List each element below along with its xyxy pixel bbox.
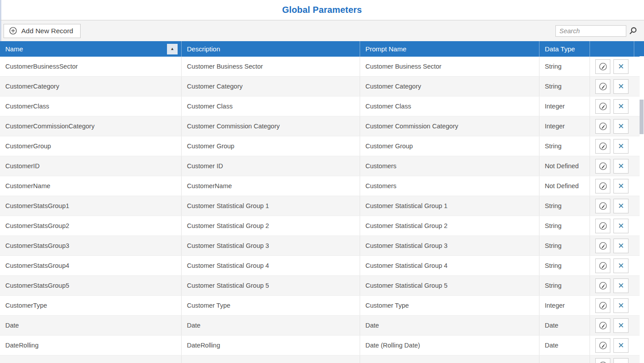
delete-record-button[interactable]: ✕ — [613, 59, 628, 74]
row-spacer — [634, 156, 640, 176]
x-icon: ✕ — [618, 63, 624, 70]
edit-record-button[interactable] — [595, 239, 610, 253]
table-row: DateRollingDateRollingDate (Rolling Date… — [0, 336, 640, 355]
column-header-name-label: Name — [5, 45, 23, 53]
table-row: CustomerCommissionCategoryCustomer Commi… — [0, 116, 640, 136]
cell-name: CustomerType — [0, 296, 181, 315]
table-row: CustomerStatsGroup1Customer Statistical … — [0, 196, 640, 216]
row-spacer — [634, 316, 640, 335]
cell-description: Customer ID — [181, 156, 360, 176]
row-actions: ✕ — [590, 236, 634, 255]
vertical-scrollbar[interactable] — [640, 56, 644, 363]
sort-ascending-icon[interactable]: ▲ — [167, 44, 178, 54]
cell-prompt: Customers — [360, 176, 539, 196]
search-button[interactable] — [626, 25, 640, 37]
row-spacer — [634, 196, 640, 216]
row-spacer — [634, 116, 640, 136]
x-icon: ✕ — [618, 302, 624, 309]
delete-record-button[interactable]: ✕ — [613, 259, 628, 273]
delete-record-button[interactable]: ✕ — [613, 338, 628, 353]
row-spacer — [634, 256, 640, 275]
left-accent-strip — [0, 0, 1, 20]
edit-record-button[interactable] — [595, 278, 610, 293]
column-header-description[interactable]: Description — [181, 41, 360, 57]
pencil-icon — [598, 182, 608, 191]
cell-prompt: Date (Rolling Date) — [360, 336, 539, 355]
edit-record-button[interactable] — [595, 79, 610, 94]
pencil-icon — [598, 62, 608, 71]
table-row: CustomerCategoryCustomer CategoryCustome… — [0, 77, 640, 97]
x-icon: ✕ — [618, 342, 624, 349]
cell-type: String — [539, 216, 590, 236]
x-icon: ✕ — [618, 143, 624, 150]
delete-record-button[interactable]: ✕ — [613, 278, 628, 293]
left-accent-strip — [0, 20, 1, 41]
x-icon: ✕ — [618, 262, 624, 270]
cell-type: Integer — [539, 116, 590, 136]
cell-prompt: Customer Statistical Group 2 — [360, 216, 539, 236]
column-header-spacer — [634, 41, 644, 57]
edit-record-button[interactable] — [595, 199, 610, 213]
edit-record-button[interactable] — [595, 99, 610, 114]
delete-record-button[interactable]: ✕ — [613, 79, 628, 94]
cell-type: Integer — [539, 296, 590, 315]
cell-name: CustomerName — [0, 176, 181, 196]
cell-type: String — [539, 196, 590, 216]
cell-type: Integer — [539, 355, 590, 363]
pencil-icon — [598, 122, 608, 131]
delete-record-button[interactable]: ✕ — [613, 99, 628, 114]
search-icon — [628, 26, 638, 36]
row-spacer — [634, 216, 640, 236]
edit-record-button[interactable] — [595, 219, 610, 233]
pencil-icon — [598, 102, 608, 111]
cell-name: CustomerCategory — [0, 77, 181, 96]
edit-record-button[interactable] — [595, 159, 610, 174]
delete-record-button[interactable]: ✕ — [613, 139, 628, 154]
column-header-data-type[interactable]: Data Type — [539, 41, 590, 57]
edit-record-button[interactable] — [595, 139, 610, 154]
toolbar: Add New Record — [0, 20, 644, 41]
cell-name: CustomerStatsGroup4 — [0, 256, 181, 275]
edit-record-button[interactable] — [595, 298, 610, 313]
edit-record-button[interactable] — [595, 179, 610, 193]
delete-record-button[interactable]: ✕ — [613, 119, 628, 134]
pencil-icon — [598, 162, 608, 171]
cell-name: Date — [0, 316, 181, 335]
x-icon: ✕ — [618, 182, 624, 190]
delete-record-button[interactable]: ✕ — [613, 298, 628, 313]
search-input[interactable] — [555, 25, 626, 37]
edit-record-button[interactable] — [595, 338, 610, 353]
table-row: CustomerStatsGroup5Customer Statistical … — [0, 276, 640, 296]
add-new-record-button[interactable]: Add New Record — [4, 24, 81, 38]
delete-record-button[interactable]: ✕ — [613, 219, 628, 233]
table-row: CustomerStatsGroup4Customer Statistical … — [0, 256, 640, 276]
cell-prompt: Day — [360, 355, 539, 363]
delete-record-button[interactable]: ✕ — [613, 318, 628, 333]
cell-description: CustomerName — [181, 176, 360, 196]
edit-record-button[interactable] — [595, 318, 610, 333]
edit-record-button[interactable] — [595, 119, 610, 134]
column-header-prompt-name[interactable]: Prompt Name — [360, 41, 539, 57]
table-row: CustomerGroupCustomer GroupCustomer Grou… — [0, 136, 640, 156]
delete-record-button[interactable]: ✕ — [613, 239, 628, 253]
edit-record-button[interactable] — [595, 358, 610, 363]
delete-record-button[interactable]: ✕ — [613, 199, 628, 213]
delete-record-button[interactable]: ✕ — [613, 179, 628, 193]
column-header-name[interactable]: Name ▲ — [0, 41, 181, 57]
scrollbar-thumb[interactable] — [640, 100, 644, 134]
cell-type: Not Defined — [539, 176, 590, 196]
cell-description: Customer Class — [181, 97, 360, 116]
pencil-icon — [598, 301, 608, 310]
cell-prompt: Customer Business Sector — [360, 57, 539, 76]
edit-record-button[interactable] — [595, 259, 610, 273]
column-header-description-label: Description — [187, 45, 220, 53]
x-icon: ✕ — [618, 322, 624, 329]
cell-name: Day — [0, 355, 181, 363]
delete-record-button[interactable]: ✕ — [613, 358, 628, 363]
edit-record-button[interactable] — [595, 59, 610, 74]
delete-record-button[interactable]: ✕ — [613, 159, 628, 174]
table-row: CustomerNameCustomerNameCustomersNot Def… — [0, 176, 640, 196]
cell-description: Customer Business Sector — [181, 57, 360, 76]
cell-prompt: Customer Category — [360, 77, 539, 96]
cell-description: Customer Category — [181, 77, 360, 96]
